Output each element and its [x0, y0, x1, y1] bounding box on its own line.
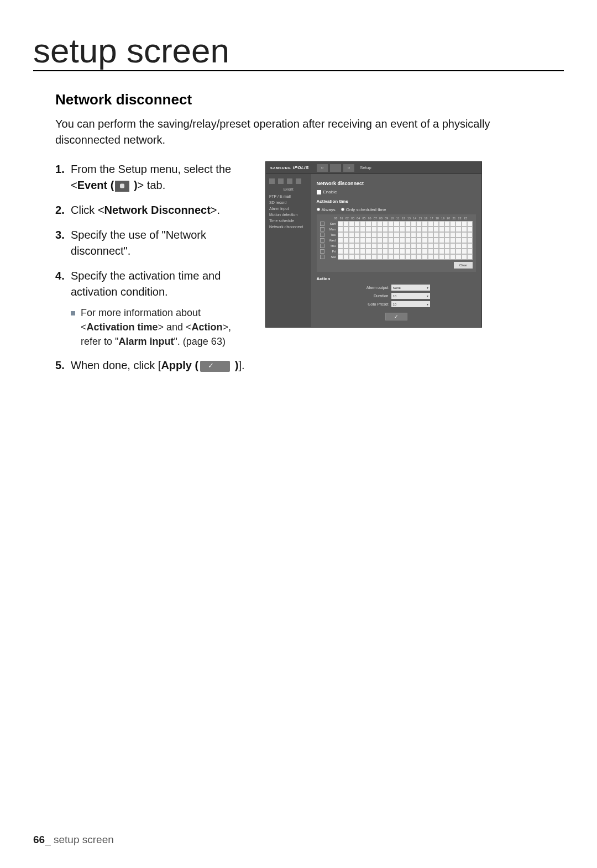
schedule-cell[interactable] [439, 232, 444, 238]
schedule-cell[interactable] [416, 227, 422, 232]
schedule-cell[interactable] [467, 227, 473, 232]
schedule-cell[interactable] [462, 227, 467, 232]
schedule-cell[interactable] [400, 254, 405, 260]
schedule-cell[interactable] [394, 238, 399, 243]
ss-sidebar-item[interactable]: SD record [266, 199, 311, 206]
schedule-cell[interactable] [354, 221, 360, 227]
schedule-cell[interactable] [411, 238, 416, 243]
duration-select[interactable]: 10 [391, 293, 430, 299]
schedule-cell[interactable] [338, 232, 343, 238]
day-checkbox[interactable] [320, 227, 324, 232]
schedule-cell[interactable] [411, 243, 416, 249]
schedule-cell[interactable] [394, 232, 399, 238]
schedule-cell[interactable] [462, 238, 467, 243]
schedule-cell[interactable] [349, 221, 354, 227]
schedule-cell[interactable] [411, 249, 416, 254]
schedule-cell[interactable] [416, 243, 422, 249]
schedule-cell[interactable] [405, 243, 411, 249]
schedule-cell[interactable] [377, 227, 383, 232]
schedule-cell[interactable] [360, 238, 365, 243]
schedule-cell[interactable] [450, 243, 455, 249]
schedule-cell[interactable] [343, 243, 349, 249]
schedule-cell[interactable] [349, 232, 354, 238]
schedule-cell[interactable] [371, 221, 377, 227]
day-checkbox[interactable] [320, 249, 324, 254]
enable-checkbox[interactable] [317, 190, 321, 194]
ss-sidebar-item[interactable]: FTP / E-mail [266, 193, 311, 199]
schedule-cell[interactable] [338, 227, 343, 232]
schedule-cell[interactable] [338, 243, 343, 249]
schedule-cell[interactable] [455, 243, 461, 249]
alarm-output-select[interactable]: None [391, 285, 430, 291]
schedule-cell[interactable] [433, 243, 439, 249]
schedule-cell[interactable] [439, 238, 444, 243]
schedule-cell[interactable] [343, 221, 349, 227]
schedule-cell[interactable] [411, 254, 416, 260]
schedule-cell[interactable] [349, 227, 354, 232]
day-checkbox[interactable] [320, 233, 324, 237]
schedule-cell[interactable] [377, 232, 383, 238]
schedule-cell[interactable] [388, 227, 394, 232]
ss-sidebar-item[interactable]: Motion detection [266, 212, 311, 218]
schedule-cell[interactable] [462, 254, 467, 260]
schedule-cell[interactable] [467, 243, 473, 249]
schedule-cell[interactable] [388, 221, 394, 227]
ss-tab-2[interactable] [330, 164, 341, 172]
radio-always[interactable] [317, 208, 320, 211]
ss-tab-3[interactable] [343, 164, 354, 172]
schedule-cell[interactable] [400, 249, 405, 254]
schedule-cell[interactable] [439, 249, 444, 254]
schedule-cell[interactable] [444, 254, 450, 260]
schedule-cell[interactable] [405, 227, 411, 232]
schedule-cell[interactable] [450, 227, 455, 232]
schedule-cell[interactable] [455, 221, 461, 227]
schedule-cell[interactable] [400, 232, 405, 238]
schedule-cell[interactable] [411, 221, 416, 227]
schedule-cell[interactable] [371, 249, 377, 254]
schedule-cell[interactable] [360, 254, 365, 260]
schedule-cell[interactable] [444, 249, 450, 254]
schedule-cell[interactable] [343, 232, 349, 238]
schedule-cell[interactable] [439, 227, 444, 232]
schedule-cell[interactable] [433, 254, 439, 260]
schedule-cell[interactable] [365, 227, 371, 232]
schedule-cell[interactable] [467, 221, 473, 227]
schedule-cell[interactable] [383, 254, 388, 260]
schedule-cell[interactable] [388, 232, 394, 238]
ss-sidebar-item[interactable]: Time schedule [266, 218, 311, 224]
schedule-cell[interactable] [450, 232, 455, 238]
schedule-cell[interactable] [422, 227, 427, 232]
schedule-cell[interactable] [383, 238, 388, 243]
schedule-cell[interactable] [394, 221, 399, 227]
schedule-cell[interactable] [371, 254, 377, 260]
schedule-cell[interactable] [450, 238, 455, 243]
schedule-cell[interactable] [377, 249, 383, 254]
schedule-cell[interactable] [388, 238, 394, 243]
schedule-cell[interactable] [455, 249, 461, 254]
schedule-cell[interactable] [343, 249, 349, 254]
schedule-cell[interactable] [377, 243, 383, 249]
schedule-cell[interactable] [365, 238, 371, 243]
apply-button[interactable]: ✓ [385, 313, 407, 320]
schedule-cell[interactable] [439, 243, 444, 249]
schedule-cell[interactable] [450, 221, 455, 227]
schedule-cell[interactable] [365, 221, 371, 227]
schedule-cell[interactable] [422, 249, 427, 254]
schedule-cell[interactable] [433, 227, 439, 232]
schedule-cell[interactable] [444, 232, 450, 238]
schedule-cell[interactable] [338, 249, 343, 254]
schedule-cell[interactable] [411, 227, 416, 232]
radio-always-wrap[interactable]: Always [317, 207, 336, 212]
schedule-cell[interactable] [405, 238, 411, 243]
schedule-cell[interactable] [377, 254, 383, 260]
schedule-cell[interactable] [388, 254, 394, 260]
schedule-cell[interactable] [354, 232, 360, 238]
schedule-cell[interactable] [400, 227, 405, 232]
schedule-cell[interactable] [360, 243, 365, 249]
ss-side-icon[interactable] [278, 178, 284, 184]
schedule-cell[interactable] [365, 232, 371, 238]
schedule-cell[interactable] [343, 254, 349, 260]
clear-button[interactable]: Clear [454, 262, 473, 269]
schedule-cell[interactable] [360, 227, 365, 232]
day-checkbox[interactable] [320, 238, 324, 243]
